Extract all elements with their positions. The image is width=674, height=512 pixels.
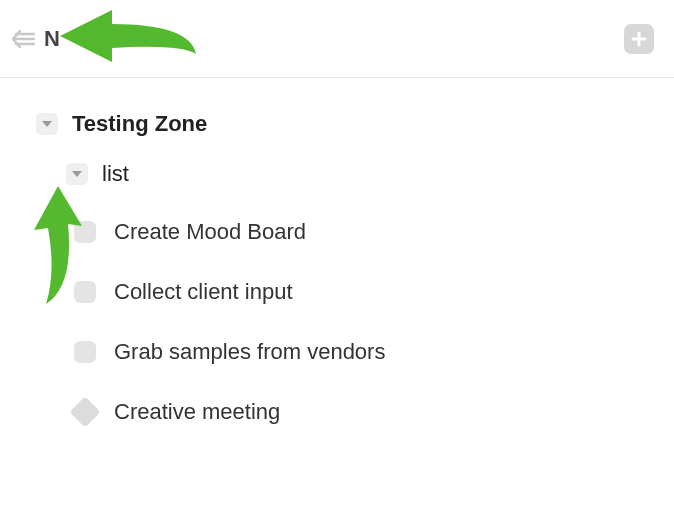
caret-down-icon xyxy=(42,120,52,128)
back-button[interactable] xyxy=(8,24,38,54)
content-area: Testing Zone list Create Mood Board Coll… xyxy=(0,78,674,442)
task-label: Grab samples from vendors xyxy=(114,339,385,365)
task-label: Creative meeting xyxy=(114,399,280,425)
task-row[interactable]: Create Mood Board xyxy=(0,202,674,262)
task-checkbox[interactable] xyxy=(74,221,96,243)
task-label: Create Mood Board xyxy=(114,219,306,245)
task-label: Collect client input xyxy=(114,279,293,305)
task-checkbox[interactable] xyxy=(74,281,96,303)
top-bar: N xyxy=(0,0,674,78)
milestone-marker[interactable] xyxy=(69,396,100,427)
list-label: list xyxy=(102,161,129,187)
group-label: Testing Zone xyxy=(72,111,207,137)
plus-icon xyxy=(630,30,648,48)
list-row[interactable]: list xyxy=(0,152,674,196)
list-collapse-toggle[interactable] xyxy=(66,163,88,185)
add-button[interactable] xyxy=(624,24,654,54)
task-row[interactable]: Grab samples from vendors xyxy=(0,322,674,382)
group-row[interactable]: Testing Zone xyxy=(0,102,674,146)
caret-down-icon xyxy=(72,170,82,178)
task-checkbox[interactable] xyxy=(74,341,96,363)
group-collapse-toggle[interactable] xyxy=(36,113,58,135)
back-arrow-icon xyxy=(10,28,36,50)
task-row[interactable]: Creative meeting xyxy=(0,382,674,442)
task-row[interactable]: Collect client input xyxy=(0,262,674,322)
page-title: N xyxy=(44,26,60,52)
